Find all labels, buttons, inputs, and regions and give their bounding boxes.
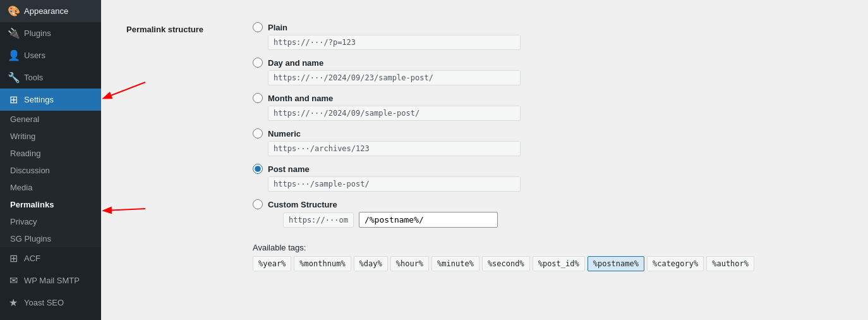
sidebar-item-acf[interactable]: ⊞ ACF xyxy=(0,247,101,269)
sidebar-item-permalinks[interactable]: Permalinks xyxy=(0,196,101,213)
yoast-icon: ★ xyxy=(8,297,19,309)
form-label: Permalink structure xyxy=(126,22,253,34)
radio-custom[interactable] xyxy=(253,199,263,209)
option-post-name-label: Post name xyxy=(268,164,310,174)
radio-day-name-label[interactable]: Day and name xyxy=(253,58,843,68)
sidebar-sub-label: Discussion xyxy=(10,166,50,175)
option-numeric: Numeric https···/archives/123 xyxy=(253,128,843,156)
sidebar-sub-label: Writing xyxy=(10,132,35,141)
settings-icon: ⊞ xyxy=(8,94,19,106)
tag-post-id[interactable]: %post_id% xyxy=(533,256,585,271)
option-month-name-label: Month and name xyxy=(268,94,333,103)
sidebar-item-settings[interactable]: ⊞ Settings xyxy=(0,89,101,111)
radio-post-name-label[interactable]: Post name xyxy=(253,164,843,174)
tools-icon: 🔧 xyxy=(8,71,19,83)
option-post-name: Post name https···/sample-post/ xyxy=(253,164,843,192)
custom-structure-row: https://···om xyxy=(268,212,843,228)
option-custom: Custom Structure https://···om xyxy=(253,199,843,228)
appearance-icon: 🎨 xyxy=(8,5,19,17)
sidebar-sub-label: Permalinks xyxy=(10,200,54,209)
radio-numeric-label[interactable]: Numeric xyxy=(253,128,843,138)
sidebar-item-yoast-seo[interactable]: ★ Yoast SEO xyxy=(0,292,101,314)
sidebar-sub-label: General xyxy=(10,114,39,124)
sidebar-item-appearance[interactable]: 🎨 Appearance xyxy=(0,0,101,22)
custom-structure-input[interactable] xyxy=(359,212,498,228)
users-icon: 👤 xyxy=(8,49,19,61)
option-day-name-label: Day and name xyxy=(268,58,323,68)
option-month-name-example: https://···/2024/09/sample-post/ xyxy=(268,106,521,121)
tag-hour[interactable]: %hour% xyxy=(390,256,429,271)
sidebar-item-wp-mail-smtp[interactable]: ✉ WP Mail SMTP xyxy=(0,269,101,292)
radio-numeric[interactable] xyxy=(253,128,263,138)
sidebar-item-label: Users xyxy=(24,51,45,60)
acf-icon: ⊞ xyxy=(8,252,19,264)
sidebar-item-writing[interactable]: Writing xyxy=(0,128,101,145)
option-post-name-example: https···/sample-post/ xyxy=(268,176,521,192)
permalink-options: Plain https://···/?p=123 Day and name ht… xyxy=(253,22,843,271)
radio-day-name[interactable] xyxy=(253,58,263,68)
sidebar-item-label: WP Mail SMTP xyxy=(24,276,80,285)
sidebar-item-users[interactable]: 👤 Users xyxy=(0,44,101,66)
tag-monthnum[interactable]: %monthnum% xyxy=(294,256,351,271)
plugins-icon: 🔌 xyxy=(8,27,19,39)
option-custom-label: Custom Structure xyxy=(268,200,337,209)
sidebar-item-plugins[interactable]: 🔌 Plugins xyxy=(0,22,101,44)
tags-list: %year% %monthnum% %day% %hour% %minute% … xyxy=(253,256,843,271)
sidebar-item-label: Plugins xyxy=(24,28,51,38)
sidebar-item-sg-plugins[interactable]: SG Plugins xyxy=(0,230,101,247)
sidebar-sub-label: Privacy xyxy=(10,217,37,226)
radio-custom-label[interactable]: Custom Structure xyxy=(253,199,843,209)
option-day-name: Day and name https://···/2024/09/23/samp… xyxy=(253,58,843,85)
tag-second[interactable]: %second% xyxy=(482,256,530,271)
sidebar-item-media[interactable]: Media xyxy=(0,179,101,196)
sidebar-item-label: Yoast SEO xyxy=(24,298,64,307)
sidebar-sub-label: Media xyxy=(10,183,32,192)
sidebar-sub-menu: General Writing Reading Discussion Media… xyxy=(0,111,101,247)
sidebar-sub-label: SG Plugins xyxy=(10,234,51,243)
tag-postname[interactable]: %postname% xyxy=(588,256,644,271)
tag-category[interactable]: %category% xyxy=(647,256,704,271)
radio-plain-label[interactable]: Plain xyxy=(253,22,843,32)
available-tags-label: Available tags: xyxy=(253,243,843,252)
radio-month-name[interactable] xyxy=(253,93,263,103)
sidebar-item-tools[interactable]: 🔧 Tools xyxy=(0,66,101,89)
permalink-structure-row: Permalink structure Plain https://···/?p… xyxy=(120,13,849,281)
option-plain-label: Plain xyxy=(268,23,287,32)
radio-plain[interactable] xyxy=(253,22,263,32)
option-month-name: Month and name https://···/2024/09/sampl… xyxy=(253,93,843,121)
option-numeric-example: https···/archives/123 xyxy=(268,141,521,156)
sidebar-item-discussion[interactable]: Discussion xyxy=(0,162,101,179)
sidebar-item-reading[interactable]: Reading xyxy=(0,145,101,162)
option-day-name-example: https://···/2024/09/23/sample-post/ xyxy=(268,70,521,85)
available-tags-section: Available tags: %year% %monthnum% %day% … xyxy=(253,243,843,271)
tag-year[interactable]: %year% xyxy=(253,256,291,271)
option-plain-example: https://···/?p=123 xyxy=(268,35,521,50)
sidebar-sub-label: Reading xyxy=(10,149,40,158)
option-plain: Plain https://···/?p=123 xyxy=(253,22,843,50)
main-content: Permalink structure Plain https://···/?p… xyxy=(101,0,868,320)
sidebar-item-general[interactable]: General xyxy=(0,111,101,128)
option-numeric-label: Numeric xyxy=(268,129,301,138)
sidebar: 🎨 Appearance 🔌 Plugins 👤 Users 🔧 Tools ⊞… xyxy=(0,0,101,320)
tag-minute[interactable]: %minute% xyxy=(431,256,479,271)
sidebar-item-label: Settings xyxy=(24,95,54,104)
sidebar-item-label: Appearance xyxy=(24,6,68,16)
tag-day[interactable]: %day% xyxy=(354,256,388,271)
sidebar-item-label: Tools xyxy=(24,73,43,82)
mail-icon: ✉ xyxy=(8,274,19,286)
tag-author[interactable]: %author% xyxy=(706,256,754,271)
radio-month-name-label[interactable]: Month and name xyxy=(253,93,843,103)
sidebar-item-privacy[interactable]: Privacy xyxy=(0,213,101,230)
radio-post-name[interactable] xyxy=(253,164,263,174)
custom-prefix: https://···om xyxy=(283,212,354,228)
sidebar-item-label: ACF xyxy=(24,254,40,263)
